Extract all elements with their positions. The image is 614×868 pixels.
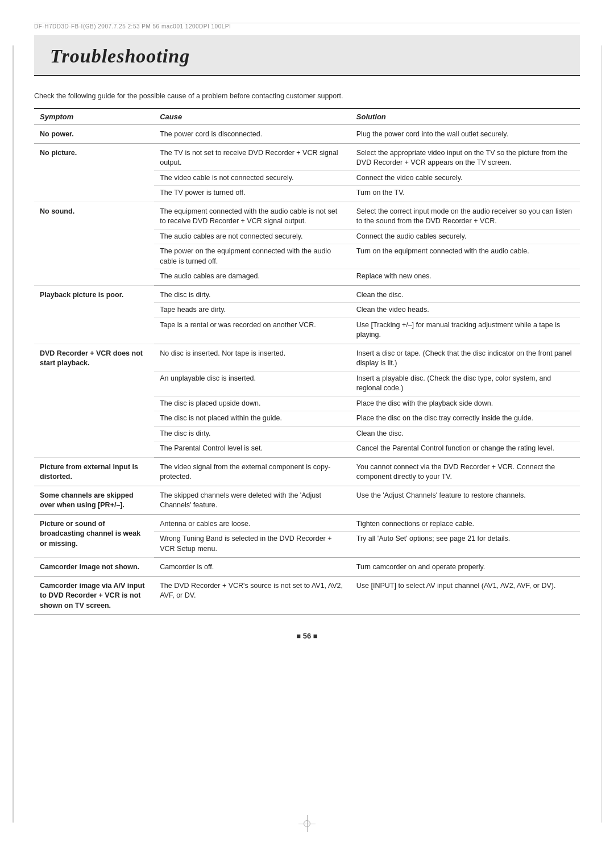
solution-cell: Use the 'Adjust Channels' feature to res…: [351, 486, 580, 514]
table-row: No power.The power cord is disconnected.…: [34, 125, 580, 144]
solution-cell: Use [Tracking +/–] for manual tracking a…: [351, 318, 580, 344]
solution-cell: Tighten connections or replace cable.: [351, 514, 580, 532]
table-row: Picture from external input is distorted…: [34, 457, 580, 486]
table-row: DVD Recorder + VCR does not start playba…: [34, 344, 580, 371]
cause-cell: Antenna or cables are loose.: [154, 514, 351, 532]
cause-cell: Camcorder is off.: [154, 558, 351, 577]
solution-cell: Turn on the TV.: [351, 186, 580, 202]
solution-cell: Connect the audio cables securely.: [351, 229, 580, 244]
solution-cell: Plug the power cord into the wall outlet…: [351, 125, 580, 144]
table-row: Some channels are skipped over when usin…: [34, 486, 580, 514]
symptom-cell: Camcorder image not shown.: [34, 558, 154, 577]
solution-cell: Place the disc with the playback side do…: [351, 396, 580, 411]
cause-cell: The equipment connected with the audio c…: [154, 202, 351, 229]
cause-cell: The video cable is not connected securel…: [154, 170, 351, 186]
cause-cell: Wrong Tuning Band is selected in the DVD…: [154, 532, 351, 558]
cause-cell: The TV is not set to receive DVD Recorde…: [154, 143, 351, 170]
troubleshooting-table: Symptom Cause Solution No power.The powe…: [34, 108, 580, 615]
header-meta: DF-H7DD3D-FB-I(GB) 2007.7.25 2:53 PM 56 …: [34, 23, 580, 30]
col-solution: Solution: [351, 108, 580, 125]
symptom-cell: No sound.: [34, 202, 154, 285]
page-title: Troubleshooting: [50, 45, 190, 66]
solution-cell: Insert a playable disc. (Check the disc …: [351, 371, 580, 396]
solution-cell: Place the disc on the disc tray correctl…: [351, 411, 580, 427]
page-number-suffix: ■: [311, 632, 317, 640]
crosshair-decoration: [298, 815, 316, 834]
cause-cell: The disc is dirty.: [154, 285, 351, 303]
cause-cell: An unplayable disc is inserted.: [154, 371, 351, 396]
solution-cell: Insert a disc or tape. (Check that the d…: [351, 344, 580, 371]
solution-cell: Replace with new ones.: [351, 269, 580, 286]
solution-cell: Use [INPUT] to select AV input channel (…: [351, 576, 580, 615]
table-row: Picture or sound of broadcasting channel…: [34, 514, 580, 532]
cause-cell: Tape heads are dirty.: [154, 303, 351, 318]
table-row: Camcorder image via A/V input to DVD Rec…: [34, 576, 580, 615]
cause-cell: The disc is not placed within the guide.: [154, 411, 351, 427]
solution-cell: Select the correct input mode on the aud…: [351, 202, 580, 229]
cause-cell: The skipped channels were deleted with t…: [154, 486, 351, 514]
cause-cell: The audio cables are damaged.: [154, 269, 351, 286]
cause-cell: The power cord is disconnected.: [154, 125, 351, 144]
solution-cell: Turn on the equipment connected with the…: [351, 244, 580, 269]
symptom-cell: Picture from external input is distorted…: [34, 457, 154, 486]
table-row: No sound.The equipment connected with th…: [34, 202, 580, 229]
table-row: No picture.The TV is not set to receive …: [34, 143, 580, 170]
cause-cell: Tape is a rental or was recorded on anot…: [154, 318, 351, 344]
symptom-cell: No picture.: [34, 143, 154, 202]
cause-cell: The disc is dirty.: [154, 426, 351, 441]
solution-cell: Cancel the Parental Control function or …: [351, 441, 580, 458]
page-number-prefix: ■: [296, 632, 302, 640]
solution-cell: Clean the disc.: [351, 285, 580, 303]
intro-text: Check the following guide for the possib…: [34, 92, 580, 100]
cause-cell: The power on the equipment connected wit…: [154, 244, 351, 269]
cause-cell: The disc is placed upside down.: [154, 396, 351, 411]
cause-cell: The TV power is turned off.: [154, 186, 351, 202]
solution-cell: Turn camcorder on and operate properly.: [351, 558, 580, 577]
cause-cell: The DVD Recorder + VCR's source is not s…: [154, 576, 351, 615]
symptom-cell: Playback picture is poor.: [34, 285, 154, 344]
solution-cell: Try all 'Auto Set' options; see page 21 …: [351, 532, 580, 558]
col-cause: Cause: [154, 108, 351, 125]
cause-cell: The Parental Control level is set.: [154, 441, 351, 458]
solution-cell: Clean the video heads.: [351, 303, 580, 318]
table-row: Camcorder image not shown.Camcorder is o…: [34, 558, 580, 577]
solution-cell: Connect the video cable securely.: [351, 170, 580, 186]
solution-cell: Clean the disc.: [351, 426, 580, 441]
table-row: Playback picture is poor.The disc is dir…: [34, 285, 580, 303]
symptom-cell: Some channels are skipped over when usin…: [34, 486, 154, 514]
symptom-cell: Camcorder image via A/V input to DVD Rec…: [34, 576, 154, 615]
page-number: 56: [303, 632, 311, 640]
cause-cell: No disc is inserted. Nor tape is inserte…: [154, 344, 351, 371]
col-symptom: Symptom: [34, 108, 154, 125]
symptom-cell: Picture or sound of broadcasting channel…: [34, 514, 154, 558]
symptom-cell: DVD Recorder + VCR does not start playba…: [34, 344, 154, 457]
solution-cell: You cannot connect via the DVD Recorder …: [351, 457, 580, 486]
cause-cell: The audio cables are not connected secur…: [154, 229, 351, 244]
solution-cell: Select the appropriate video input on th…: [351, 143, 580, 170]
cause-cell: The video signal from the external compo…: [154, 457, 351, 486]
symptom-cell: No power.: [34, 125, 154, 144]
